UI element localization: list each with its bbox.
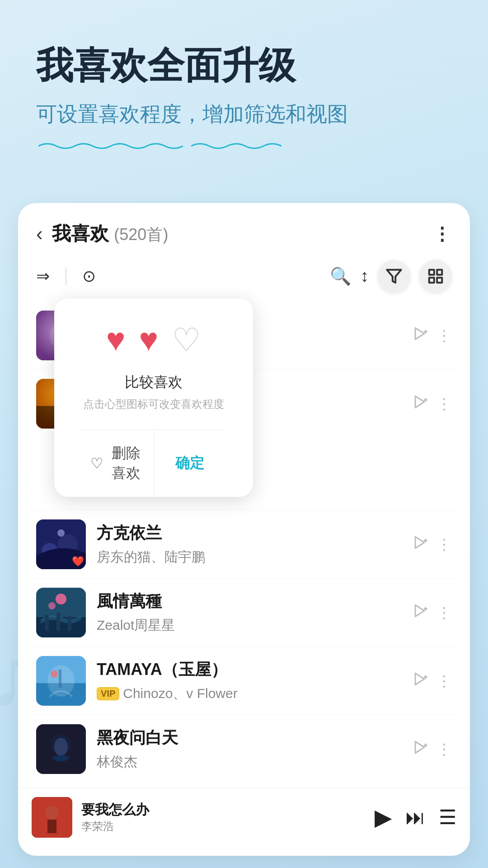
more-options-button[interactable]: ⋮ — [436, 326, 452, 344]
add-to-playlist-button[interactable] — [412, 535, 427, 554]
song-actions: ⋮ — [412, 740, 452, 759]
song-artist: 林俊杰 — [97, 753, 137, 771]
song-actions: ⋮ — [412, 394, 452, 413]
more-options-button[interactable]: ⋮ — [436, 395, 452, 413]
play-button[interactable]: ▶ — [375, 804, 392, 830]
search-button[interactable]: 🔍 — [330, 266, 351, 286]
svg-rect-2 — [437, 270, 442, 275]
heart-level-3[interactable]: ♡ — [172, 321, 201, 359]
song-artist-row: VIP Chinozo、v Flower — [97, 684, 401, 703]
svg-point-38 — [51, 670, 58, 678]
song-item[interactable]: ❤️ 方克依兰 房东的猫、陆宇鹏 ⋮ — [32, 510, 456, 578]
toolbar-divider — [66, 267, 66, 285]
more-button[interactable]: ⋮ — [433, 223, 452, 244]
song-cover — [36, 588, 86, 637]
svg-point-27 — [48, 602, 56, 609]
song-title: 方克依兰 — [97, 522, 401, 544]
vip-badge: VIP — [97, 687, 119, 700]
popup-hint: 点击心型图标可改变喜欢程度 — [81, 397, 226, 411]
more-options-button[interactable]: ⋮ — [436, 672, 452, 690]
song-cover — [36, 724, 86, 774]
svg-rect-51 — [47, 820, 56, 833]
heart-rating-row: ♥ ♥ ♡ — [81, 321, 226, 359]
song-actions: ⋮ — [412, 603, 452, 622]
svg-rect-3 — [429, 278, 434, 283]
card-header: ‹ 我喜欢 (520首) ⋮ — [18, 203, 470, 255]
card-title: 我喜欢 (520首) — [52, 221, 169, 246]
song-item[interactable]: 風情萬種 Zealot周星星 ⋮ — [32, 578, 456, 646]
cover-art-heiye — [36, 724, 86, 774]
svg-marker-40 — [415, 673, 424, 685]
now-playing-artist: 李荣浩 — [81, 819, 375, 834]
svg-point-45 — [54, 738, 68, 756]
svg-marker-15 — [415, 396, 424, 408]
sort-button[interactable]: ↕ — [360, 266, 369, 286]
cover-art-fengqing — [36, 588, 86, 637]
heart-level-1[interactable]: ♥ — [106, 321, 126, 359]
add-to-playlist-button[interactable] — [412, 740, 427, 759]
wave-decoration-2 — [191, 142, 282, 151]
svg-point-21 — [57, 529, 65, 537]
top-section: 我喜欢全面升级 可设置喜欢程度，增加筛选和视图 — [0, 0, 488, 185]
bottom-player-bar: 要我怎么办 李荣浩 ▶ ⏭ ☰ — [18, 788, 470, 847]
more-options-button[interactable]: ⋮ — [436, 604, 452, 622]
add-to-playlist-button[interactable] — [412, 394, 427, 413]
song-artist: 房东的猫、陆宇鹏 — [97, 548, 205, 566]
subtitle: 可设置喜欢程度，增加筛选和视图 — [36, 99, 452, 158]
next-button[interactable]: ⏭ — [405, 806, 425, 829]
svg-rect-31 — [68, 616, 71, 631]
now-playing-cover — [32, 797, 72, 838]
svg-marker-0 — [387, 270, 401, 283]
svg-rect-30 — [56, 613, 60, 631]
svg-marker-8 — [415, 328, 424, 340]
song-title: 黑夜问白天 — [97, 727, 401, 749]
confirm-button[interactable]: 确定 — [154, 430, 226, 497]
song-actions: ⋮ — [412, 326, 452, 345]
song-item[interactable]: TAMAYA（玉屋） VIP Chinozo、v Flower ⋮ — [32, 646, 456, 715]
cover-art-tamaya — [36, 656, 86, 706]
popup-actions: ♡ 删除喜欢 确定 — [81, 429, 226, 497]
now-playing-cover-art — [32, 797, 72, 838]
svg-rect-39 — [59, 670, 61, 688]
back-button[interactable]: ‹ — [36, 222, 43, 245]
song-info: TAMAYA（玉屋） VIP Chinozo、v Flower — [97, 659, 401, 703]
main-title: 我喜欢全面升级 — [36, 45, 452, 86]
svg-marker-22 — [415, 537, 424, 548]
heart-delete-icon: ♡ — [90, 455, 103, 472]
song-artist-row: Zealot周星星 — [97, 616, 401, 635]
song-actions: ⋮ — [412, 671, 452, 690]
svg-marker-32 — [415, 605, 424, 617]
svg-marker-46 — [415, 741, 424, 753]
playlist-button[interactable]: ☰ — [439, 806, 456, 829]
shuffle-button[interactable]: ⇒ — [36, 267, 50, 286]
add-to-playlist-button[interactable] — [412, 326, 427, 345]
add-to-playlist-button[interactable] — [412, 671, 427, 690]
delete-favorite-button[interactable]: ♡ 删除喜欢 — [81, 430, 154, 497]
toolbar: ⇒ ⊙ 🔍 ↕ — [18, 255, 470, 302]
song-info: 黑夜问白天 林俊杰 — [97, 727, 401, 771]
svg-point-50 — [45, 806, 59, 820]
more-options-button[interactable]: ⋮ — [436, 740, 452, 758]
clock-button[interactable]: ⊙ — [82, 267, 96, 286]
svg-point-26 — [56, 594, 66, 604]
card-count: (520首) — [114, 225, 168, 244]
grid-view-button[interactable] — [419, 260, 452, 292]
song-title: 風情萬種 — [97, 590, 401, 613]
song-actions: ⋮ — [412, 535, 452, 554]
player-controls: ▶ ⏭ ☰ — [375, 804, 456, 830]
heart-level-2[interactable]: ♥ — [139, 321, 159, 359]
card-header-left: ‹ 我喜欢 (520首) — [36, 221, 168, 246]
add-to-playlist-button[interactable] — [412, 603, 427, 622]
now-playing-info: 要我怎么办 李荣浩 — [81, 801, 375, 834]
svg-rect-29 — [45, 615, 49, 631]
toolbar-right: 🔍 ↕ — [330, 260, 452, 292]
svg-rect-4 — [437, 278, 442, 283]
song-cover: ❤️ — [36, 519, 86, 569]
filter-button[interactable] — [378, 260, 410, 292]
song-artist-row: 房东的猫、陆宇鹏 — [97, 548, 401, 566]
song-item[interactable]: 黑夜问白天 林俊杰 ⋮ — [32, 715, 456, 783]
song-artist-row: 林俊杰 — [97, 753, 401, 771]
more-options-button[interactable]: ⋮ — [436, 535, 452, 553]
song-artist: Zealot周星星 — [97, 616, 175, 635]
song-title: TAMAYA（玉屋） — [97, 659, 401, 681]
